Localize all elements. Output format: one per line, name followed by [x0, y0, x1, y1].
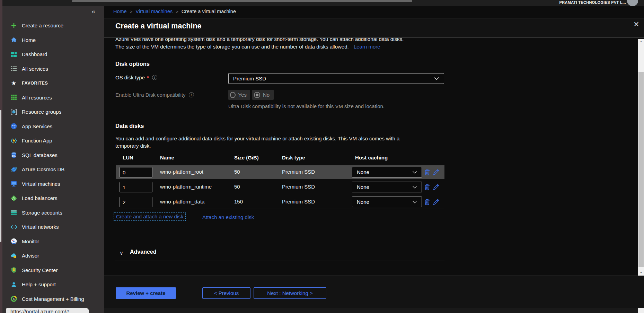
- sidebar-item-all-resources[interactable]: All resources: [2, 90, 104, 105]
- sidebar-item-label: Load balancers: [22, 195, 58, 201]
- attach-existing-disk-link[interactable]: Attach an existing disk: [202, 214, 254, 220]
- edit-disk-icon[interactable]: [432, 198, 440, 206]
- cost-donut-icon: $: [10, 295, 17, 302]
- sidebar-item-label: Security Center: [22, 267, 58, 273]
- chevron-right-icon: >: [130, 9, 133, 14]
- sidebar-item-advisor[interactable]: Advisor: [2, 249, 104, 263]
- account-avatar[interactable]: [627, 0, 638, 6]
- sidebar-collapse-button[interactable]: «: [92, 8, 95, 15]
- sidebar-item-security-center[interactable]: Security Center: [2, 263, 104, 278]
- status-url-tooltip: https://portal.azure.com/#: [6, 308, 89, 313]
- vertical-scrollbar[interactable]: ▲ ▼: [638, 39, 644, 276]
- disk-type: Premium SSD: [282, 169, 315, 175]
- ultra-disk-yes-option[interactable]: Yes: [228, 90, 250, 100]
- info-icon[interactable]: i: [152, 75, 157, 80]
- disk-name: wmo-platform_runtime: [160, 184, 212, 190]
- sidebar-item-label: Help + support: [22, 281, 56, 287]
- portal-top-bar: PRAMATI TECHNOLOGIES PVT L...: [0, 0, 644, 6]
- required-asterisk: *: [147, 75, 149, 80]
- sidebar-item-home[interactable]: Home: [2, 33, 104, 47]
- breadcrumb-virtual-machines[interactable]: Virtual machines: [135, 9, 173, 14]
- advisor-icon: [10, 252, 17, 259]
- close-icon[interactable]: ×: [631, 19, 642, 30]
- col-header-lun: LUN: [123, 155, 133, 160]
- sidebar-item-dashboard[interactable]: Dashboard: [2, 47, 104, 62]
- lun-input[interactable]: [120, 182, 152, 192]
- sidebar-item-label: Cost Management + Billing: [22, 296, 84, 302]
- sidebar-item-resource-groups[interactable]: Resource groups: [2, 105, 104, 119]
- sidebar-item-all-services[interactable]: All services: [2, 62, 104, 76]
- sidebar-item-virtual-networks[interactable]: Virtual networks: [2, 220, 104, 234]
- data-disk-row: wmo-platform_data 150 Premium SSD None: [116, 195, 444, 209]
- host-caching-dropdown[interactable]: None: [352, 182, 422, 192]
- list-icon: [10, 65, 17, 72]
- delete-disk-icon[interactable]: [423, 168, 431, 176]
- sidebar: « Create a resource Home Dashboard All s…: [2, 6, 104, 313]
- create-attach-disk-link[interactable]: Create and attach a new disk: [114, 212, 186, 221]
- scroll-up-icon[interactable]: ▲: [638, 39, 644, 44]
- os-disk-type-label: OS disk type * i: [115, 75, 157, 80]
- sidebar-item-label: Dashboard: [22, 51, 47, 57]
- sidebar-item-label: Azure Cosmos DB: [22, 166, 64, 172]
- lun-input[interactable]: [120, 167, 152, 177]
- chevron-down-icon: ∨: [120, 250, 123, 256]
- chevron-down-icon: [434, 77, 439, 80]
- edit-disk-icon[interactable]: [432, 183, 440, 191]
- sidebar-item-azure-cosmos-db[interactable]: Azure Cosmos DB: [2, 162, 104, 177]
- sidebar-item-label: Function App: [22, 138, 52, 144]
- sidebar-section-label: FAVORITES: [22, 81, 48, 86]
- radio-unselected-icon: [230, 92, 236, 98]
- network-icon: [10, 224, 17, 231]
- scroll-down-icon[interactable]: ▼: [638, 270, 644, 276]
- sidebar-item-virtual-machines[interactable]: Virtual machines: [2, 177, 104, 191]
- sidebar-item-create-a-resource[interactable]: Create a resource: [2, 18, 104, 33]
- data-disk-row: wmo-platform_runtime 50 Premium SSD None: [116, 180, 444, 194]
- radio-yes-label: Yes: [238, 92, 247, 98]
- app-services-icon: [10, 123, 17, 130]
- data-disks-description-1: You can add and configure additional dat…: [115, 136, 399, 141]
- edit-disk-icon[interactable]: [432, 168, 440, 176]
- disk-type: Premium SSD: [282, 184, 315, 190]
- sidebar-item-function-app[interactable]: Function App: [2, 133, 104, 148]
- sidebar-item-cost-management[interactable]: $ Cost Management + Billing: [2, 292, 104, 306]
- breadcrumb-home[interactable]: Home: [113, 9, 127, 14]
- info-icon[interactable]: i: [189, 92, 194, 97]
- disk-name: wmo-platform_root: [160, 169, 203, 175]
- sidebar-item-sql-databases[interactable]: SQL SQL databases: [2, 148, 104, 163]
- ultra-disk-label-text: Enable Ultra Disk compatibility: [115, 92, 186, 98]
- host-caching-dropdown[interactable]: None: [352, 167, 422, 177]
- main-panel: Home > Virtual machines > Create a virtu…: [104, 6, 644, 313]
- delete-disk-icon[interactable]: [423, 198, 431, 206]
- delete-disk-icon[interactable]: [423, 183, 431, 191]
- svg-text:$: $: [13, 298, 15, 300]
- sidebar-item-help-support[interactable]: Help + support: [2, 277, 104, 292]
- os-disk-type-label-text: OS disk type: [115, 75, 145, 80]
- scrollbar-corner: [638, 308, 644, 313]
- disk-options-heading: Disk options: [115, 61, 150, 67]
- sidebar-item-monitor[interactable]: Monitor: [2, 234, 104, 249]
- col-header-host-caching: Host caching: [355, 155, 388, 160]
- wizard-footer: Review + create < Previous Next : Networ…: [104, 276, 644, 308]
- sidebar-item-label: Resource groups: [22, 109, 61, 115]
- disk-size: 150: [234, 199, 243, 205]
- scrollbar-thumb[interactable]: [638, 72, 644, 267]
- learn-more-link[interactable]: Learn more: [354, 44, 380, 50]
- window-edge-scrollbar[interactable]: [0, 110, 1, 242]
- os-disk-type-dropdown[interactable]: Premium SSD: [228, 73, 444, 84]
- sidebar-item-load-balancers[interactable]: Load balancers: [2, 191, 104, 206]
- host-caching-dropdown[interactable]: None: [352, 197, 422, 207]
- previous-button[interactable]: < Previous: [202, 287, 250, 299]
- sql-database-icon: SQL: [10, 151, 17, 158]
- advanced-section-toggle[interactable]: Advanced: [130, 249, 156, 255]
- data-disk-row: wmo-platform_root 50 Premium SSD None: [116, 165, 444, 179]
- review-create-button[interactable]: Review + create: [116, 287, 176, 299]
- function-app-icon: [10, 137, 17, 144]
- sidebar-item-storage-accounts[interactable]: Storage accounts: [2, 206, 104, 220]
- sidebar-item-app-services[interactable]: App Services: [2, 119, 104, 134]
- disk-size: 50: [234, 169, 240, 175]
- ultra-disk-no-option[interactable]: No: [252, 90, 274, 100]
- lun-input[interactable]: [120, 197, 152, 207]
- chevron-down-icon: [412, 171, 417, 174]
- grid-icon: [10, 94, 17, 101]
- next-networking-button[interactable]: Next : Networking >: [254, 287, 326, 299]
